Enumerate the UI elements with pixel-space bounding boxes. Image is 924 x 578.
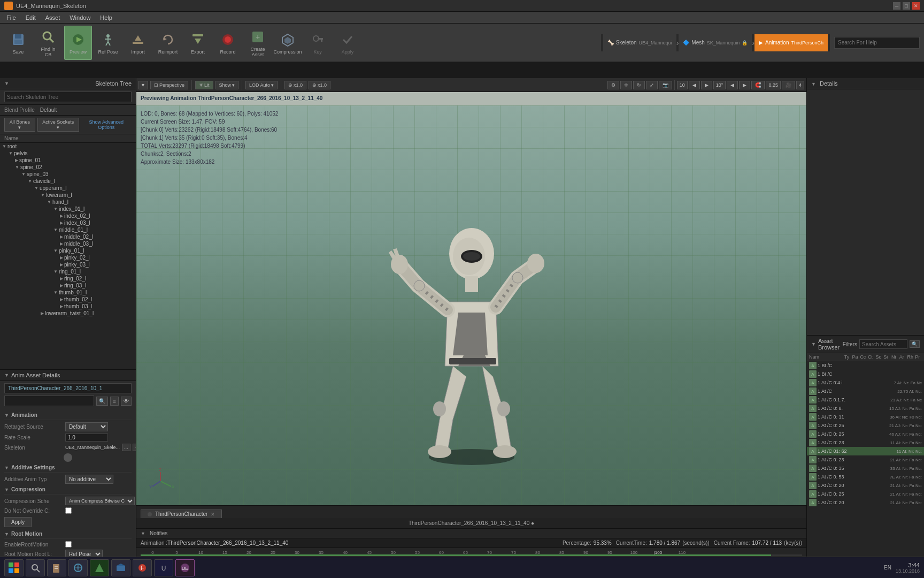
anim-tab[interactable]: ThirdPersonCharacter ✕ <box>141 509 222 518</box>
aad-expand-icon[interactable]: ▼ <box>4 372 9 378</box>
taskbar-app3[interactable]: F <box>133 559 152 576</box>
taskbar-search-button[interactable] <box>26 559 45 576</box>
search-top-input[interactable] <box>834 37 920 49</box>
grid-size-down[interactable]: ◀ <box>689 81 700 89</box>
additive-anim-type-select[interactable]: No additive <box>65 475 113 484</box>
ab-row-2[interactable]: A 1 At /C 0:4.i 7 AI: Nr: Fa Nc <box>807 378 924 387</box>
ab-row-3[interactable]: A 1 At /C 22.75 Af: Nc: <box>807 387 924 396</box>
additive-settings-header[interactable]: ▼ Additive Settings <box>4 463 132 473</box>
bone-pinky03[interactable]: ▶ pinky_03_l <box>0 261 136 268</box>
taskbar-browser-button[interactable] <box>68 559 88 576</box>
bone-pinky02[interactable]: ▶ pinky_02_l <box>0 254 136 261</box>
ab-expand-icon[interactable]: ▼ <box>811 341 816 347</box>
ab-col-type[interactable]: Ty <box>844 354 851 360</box>
skeleton-toggle[interactable] <box>64 453 72 462</box>
compression-header[interactable]: ▼ Compression <box>4 485 132 495</box>
taskbar-app2[interactable] <box>111 559 130 576</box>
viewport-rotate-button[interactable]: ↻ <box>633 81 645 89</box>
ab-search-button[interactable]: 🔍 <box>910 340 920 348</box>
ab-col-ct[interactable]: Ct <box>868 354 875 360</box>
camera-speed-button[interactable]: 🎥 <box>782 81 795 89</box>
do-not-override-checkbox[interactable] <box>65 507 72 514</box>
bone-hand-l[interactable]: ▼ hand_l <box>0 199 136 206</box>
aad-list-view-button[interactable]: ≡ <box>110 397 119 406</box>
ab-col-pa[interactable]: Pa <box>852 354 859 360</box>
preview-button[interactable]: Preview <box>64 26 92 60</box>
viewport-camera-button[interactable]: 📷 <box>659 81 672 89</box>
skeleton-arrow-button[interactable]: → <box>133 444 136 451</box>
active-sockets-filter[interactable]: Active Sockets ▾ <box>37 118 79 132</box>
bone-spine01[interactable]: ▶ spine_01 <box>0 157 136 164</box>
find-in-cb-button[interactable]: Find in CB <box>34 26 62 60</box>
viewport-settings-button[interactable]: ⚙ <box>607 81 619 89</box>
viewport-move-button[interactable]: ✛ <box>620 81 632 89</box>
ab-list[interactable]: A 1 BI /C A 1 BI /C A 1 At /C 0:4.i 7 AI… <box>807 361 924 564</box>
bone-ring03[interactable]: ▶ ring_03_l <box>0 282 136 289</box>
import-button[interactable]: Import <box>124 26 152 60</box>
ab-filters-label[interactable]: Filters <box>843 341 857 347</box>
search-skeleton-input[interactable] <box>4 92 132 102</box>
bone-middle01[interactable]: ▼ middle_01_l <box>0 226 136 233</box>
pipeline-animation[interactable]: ▶ Animation ThirdPersonCh <box>754 34 828 51</box>
show-button[interactable]: Show ▾ <box>215 81 239 89</box>
bone-root[interactable]: ▼ root <box>0 143 136 150</box>
taskbar-ue4-button[interactable]: UE <box>175 559 195 576</box>
ab-row-10[interactable]: A 1 At /C 01: 62 11 AI: Nr: Nc: <box>807 447 924 455</box>
bone-clavicle-l[interactable]: ▼ clavicle_l <box>0 178 136 185</box>
ab-col-ni[interactable]: Ni <box>891 354 898 360</box>
compression-scheme-select[interactable]: Anim Compress Bitwise Comp... <box>65 497 135 505</box>
bone-pelvis[interactable]: ▼ pelvis <box>0 150 136 157</box>
angle-down[interactable]: ◀ <box>727 81 738 89</box>
lit-button[interactable]: ☀ Lit <box>195 81 213 89</box>
bone-ring01[interactable]: ▼ ring_01_l <box>0 268 136 275</box>
apply-compression-button[interactable]: Apply <box>4 517 32 527</box>
bone-index03[interactable]: ▶ index_03_l <box>0 219 136 226</box>
bone-thumb03[interactable]: ▶ thumb_03_l <box>0 303 136 310</box>
retarget-source-select[interactable]: Default <box>65 422 108 431</box>
ab-row-11[interactable]: A 1 At /C 0: 23 21 AI: Nr: Fa Nc: <box>807 455 924 464</box>
viewport-menu-button[interactable]: ▼ <box>138 81 148 89</box>
ab-row-6[interactable]: A 1 At /C 0: 11 36 AI: Nc: Fs Nc: <box>807 413 924 421</box>
ab-search-input[interactable] <box>859 339 907 349</box>
ab-col-si[interactable]: Si <box>883 354 890 360</box>
scale2-button[interactable]: ⊕ x1.0 <box>309 81 330 89</box>
show-advanced-button[interactable]: Show Advanced Options <box>81 119 132 130</box>
reimport-button[interactable]: Reimport <box>154 26 182 60</box>
ab-row-5[interactable]: A 1 At /C 0: 8. 15 AJ: Nr: Fa Nc: <box>807 404 924 413</box>
bone-thumb01[interactable]: ▼ thumb_01_l <box>0 289 136 296</box>
close-button[interactable]: ✕ <box>912 2 920 10</box>
viewport-canvas[interactable]: LOD: 0, Bones: 68 (Mapped to Vertices: 6… <box>136 105 806 505</box>
record-button[interactable]: Record <box>214 26 242 60</box>
pipeline-skeleton[interactable]: 🦴 Skeleton UE4_Mannequi <box>603 34 676 51</box>
rate-scale-input[interactable] <box>65 434 108 442</box>
apply-button[interactable]: Apply <box>334 26 361 60</box>
skeleton-tree-expand[interactable]: ▼ <box>4 81 9 86</box>
bone-lowerarm-l[interactable]: ▼ lowerarm_l <box>0 192 136 199</box>
viewport-scale-button[interactable]: ⤢ <box>646 81 658 89</box>
compression-button[interactable]: Compression <box>274 26 302 60</box>
angle-up[interactable]: ▶ <box>739 81 750 89</box>
grid-size-up[interactable]: ▶ <box>701 81 712 89</box>
bone-tree[interactable]: ▼ root ▼ pelvis ▶ spine_01 ▼ spine_02 ▼ … <box>0 143 136 369</box>
anim-tab-close[interactable]: ✕ <box>211 512 215 517</box>
minimize-button[interactable]: ─ <box>893 2 900 10</box>
ab-row-7[interactable]: A 1 At /C 0: 25 21 AJ: Nr: Fa Nc: <box>807 421 924 430</box>
ab-row-0[interactable]: A 1 BI /C <box>807 361 924 370</box>
ab-row-12[interactable]: A 1 At /C 0: 35 33 AI: Nr: Fa Nc: <box>807 464 924 473</box>
bone-thumb02[interactable]: ▶ thumb_02_l <box>0 296 136 303</box>
animation-section-header[interactable]: ▼ Animation <box>4 410 132 420</box>
aad-eye-button[interactable]: 👁 <box>121 397 132 406</box>
snap-button[interactable]: 🧲 <box>751 81 765 89</box>
key-button[interactable]: Key <box>304 26 332 60</box>
maximize-button[interactable]: □ <box>903 2 910 10</box>
ab-row-16[interactable]: A 1 At /C 0: 20 21 AI: Nr: Fa Nc: <box>807 498 924 507</box>
save-button[interactable]: Save <box>4 26 32 60</box>
bone-index01[interactable]: ▼ index_01_l <box>0 206 136 212</box>
bone-spine03[interactable]: ▼ spine_03 <box>0 171 136 178</box>
lod-button[interactable]: LOD Auto ▾ <box>245 81 278 89</box>
ab-row-13[interactable]: A 1 At /C 0: 53 7E AI: Nr: Fa Nc: <box>807 473 924 481</box>
all-bones-filter[interactable]: All Bones ▾ <box>4 118 35 132</box>
enable-root-motion-checkbox[interactable] <box>65 541 72 547</box>
ab-col-sc[interactable]: Sc <box>876 354 883 360</box>
pipeline-mesh[interactable]: 🔷 Mesh SK_Mannequin 🔒 <box>679 34 752 51</box>
